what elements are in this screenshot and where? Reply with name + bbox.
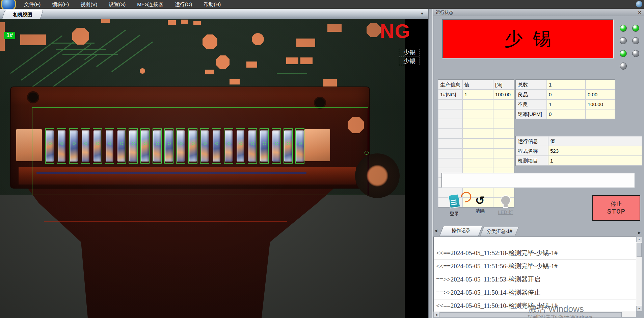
log-vertical-scrollbar[interactable]: ▲ ▼: [636, 237, 642, 312]
tab-scroll-left-icon[interactable]: ◀: [434, 228, 437, 233]
production-header-cell: [%]: [493, 80, 514, 89]
summary-row-value: 1: [547, 80, 585, 89]
runinfo-row-label: 检测项目: [516, 156, 548, 165]
pcb-pad: [323, 79, 337, 87]
production-empty-percent: [493, 119, 514, 128]
production-empty-value: [463, 119, 493, 128]
production-empty-value: [463, 109, 493, 119]
runinfo-header-cell: 值: [548, 137, 642, 146]
tab-label: 操作记录: [442, 226, 480, 235]
pcb-trace: [62, 54, 118, 55]
log-entry[interactable]: <<==2024-05-05_11:51:56-检测完毕-少锡-1#: [434, 260, 636, 273]
summary-row-value: 0: [547, 90, 585, 99]
scroll-left-icon[interactable]: ◀: [433, 312, 439, 318]
tab-dropdown-icon[interactable]: ▼: [420, 11, 424, 16]
runinfo-row-value: 1: [548, 156, 642, 165]
summary-row-label: 良品: [516, 90, 546, 99]
connector-hole: [315, 98, 325, 107]
id-badge-icon: [448, 194, 460, 209]
menu-item-file[interactable]: 文件(F): [18, 0, 46, 9]
production-empty-value: [463, 149, 493, 158]
production-empty-label: [438, 109, 462, 119]
camera-view[interactable]: 1# NG 少锡少锡: [0, 19, 428, 318]
pcb-pad: [252, 33, 264, 45]
pcb-pad: [140, 68, 145, 74]
pcb-pad: [367, 23, 381, 37]
operation-log-list: <<==2024-05-05_11:52:18-检测完毕-少锡-1#<<==20…: [433, 237, 636, 312]
pcb-trace: [277, 73, 307, 74]
clear-button[interactable]: ↺ 清除: [467, 194, 493, 220]
production-header-cell: 值: [463, 80, 493, 89]
production-empty-label: [438, 119, 462, 128]
production-empty-label: [438, 129, 462, 138]
production-row-value: 1: [463, 90, 493, 99]
pcb-trace: [56, 49, 106, 50]
menu-items: 文件(F)编辑(E)视图(V)设置(S)MES连接器运行(O)帮助(H): [18, 0, 226, 9]
windows-activation-watermark-sub: 转到“设置”以激活 Windows: [528, 314, 592, 318]
close-icon[interactable]: ✕: [638, 9, 642, 16]
production-empty-value: [463, 129, 493, 138]
clear-button-label: 清除: [467, 208, 493, 214]
roi-marker: [365, 151, 369, 155]
pcb-pad: [300, 57, 313, 64]
stop-button[interactable]: 停止 STOP: [592, 195, 640, 221]
summary-row-percent: [586, 80, 615, 89]
pcb-pad: [20, 34, 46, 45]
status-tray-icon[interactable]: [636, 1, 642, 7]
camera-index-badge: 1#: [4, 32, 15, 39]
stop-button-label-cn: 停止: [593, 200, 640, 208]
indicator-light-gray: [632, 50, 639, 57]
login-button[interactable]: 登录: [441, 194, 467, 220]
tab-camera-view[interactable]: 相机视图: [2, 10, 43, 19]
production-empty-label: [438, 158, 462, 168]
production-empty-percent: [493, 139, 514, 148]
menu-item-edit[interactable]: 编辑(E): [46, 0, 75, 9]
menu-item-run[interactable]: 运行(O): [169, 0, 198, 9]
log-entry[interactable]: ==>>2024-05-05_11:50:14-检测器停止: [434, 286, 636, 299]
pcb-pad: [205, 70, 214, 74]
log-entry[interactable]: ==>>2024-05-05_11:51:53-检测器开启: [434, 273, 636, 286]
scroll-up-icon[interactable]: ▲: [636, 237, 642, 242]
indicator-light-gray: [620, 63, 627, 70]
indicator-light-gray: [620, 37, 627, 44]
flex-highlight-line: [44, 221, 287, 222]
scroll-down-icon[interactable]: ▼: [636, 306, 642, 312]
production-empty-percent: [493, 129, 514, 138]
log-entry[interactable]: <<==2024-05-05_11:52:18-检测完毕-少锡-1#: [434, 247, 636, 260]
production-empty-percent: [493, 158, 514, 168]
production-header-cell: 生产信息: [438, 80, 462, 89]
tab-operation-log[interactable]: 操作记录: [439, 226, 483, 236]
bulb-base-icon: [503, 204, 508, 208]
runinfo-row-value: 523: [548, 146, 642, 155]
production-empty-percent: [493, 109, 514, 119]
production-row-label: 1#[NG]: [438, 90, 462, 99]
app-logo[interactable]: [1, 0, 16, 9]
inspection-roi-box: [32, 107, 368, 195]
pcb-pad: [193, 21, 201, 25]
led-light-button[interactable]: LED 灯: [493, 194, 518, 220]
stop-button-label-en: STOP: [593, 208, 640, 216]
panel-splitter[interactable]: [428, 9, 433, 318]
camera-tab-strip: 相机视图 ▼: [0, 9, 428, 19]
connector-hole: [28, 93, 38, 102]
production-empty-label: [438, 100, 462, 109]
indicator-light-green: [632, 25, 639, 32]
menu-item-view[interactable]: 视图(V): [75, 0, 103, 9]
defect-tag-overlay: 少锡: [399, 57, 420, 65]
summary-table: 总数1良品00.00不良1100.00速率[UPM]0: [515, 79, 615, 119]
indicator-light-green: [620, 50, 627, 57]
production-empty-percent: [493, 100, 514, 109]
run-status-panel: 运行状态 ✕ 少锡 生产信息值[%]1#[NG]1100.00 总数1良品00.…: [433, 9, 644, 318]
menu-item-settings[interactable]: 设置(S): [103, 0, 131, 9]
pcb-pad: [203, 34, 217, 49]
production-empty-value: [463, 139, 493, 148]
menu-item-help[interactable]: 帮助(H): [198, 0, 226, 9]
summary-row-value: 0: [547, 109, 585, 119]
vertical-scroll-thumb[interactable]: [637, 243, 642, 257]
tab-scroll-right-icon[interactable]: ▶: [638, 230, 641, 235]
menu-item-mes-connector[interactable]: MES连接器: [131, 0, 169, 9]
tab-category-summary[interactable]: 分类汇总-1#: [480, 227, 519, 236]
pcb-pad: [327, 24, 342, 32]
pcb-pad: [230, 79, 240, 84]
bulb-icon: [501, 195, 511, 205]
